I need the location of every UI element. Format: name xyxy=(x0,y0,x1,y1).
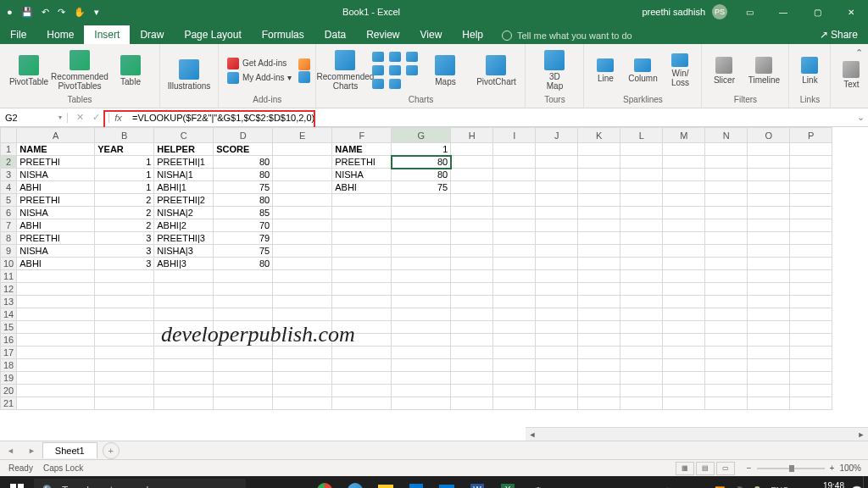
cell[interactable] xyxy=(536,207,578,219)
cell[interactable] xyxy=(154,283,214,296)
cell[interactable]: 1 xyxy=(95,181,154,194)
column-header[interactable]: A xyxy=(17,128,95,143)
cell[interactable] xyxy=(705,181,748,194)
cell[interactable] xyxy=(95,296,154,308)
zoom-slider[interactable] xyxy=(757,468,825,469)
cell[interactable]: 80 xyxy=(392,169,451,181)
cell[interactable] xyxy=(332,359,392,372)
tab-draw[interactable]: Draw xyxy=(130,25,174,44)
people-graph-icon[interactable] xyxy=(298,71,310,83)
cell[interactable]: PREETHI xyxy=(17,156,95,169)
cell[interactable] xyxy=(273,270,332,283)
cell[interactable] xyxy=(451,181,493,194)
cell[interactable] xyxy=(451,296,493,308)
cell[interactable] xyxy=(578,308,620,321)
cell[interactable]: 80 xyxy=(214,156,273,169)
cell[interactable] xyxy=(332,321,392,334)
cell[interactable] xyxy=(392,258,451,270)
tab-page-layout[interactable]: Page Layout xyxy=(174,25,251,44)
cell[interactable]: PREETHI|3 xyxy=(154,232,214,245)
cell[interactable] xyxy=(392,397,451,410)
sheet-nav-prev[interactable]: ◄ xyxy=(0,446,21,455)
cell[interactable] xyxy=(536,283,578,296)
cell[interactable] xyxy=(790,156,832,169)
cell[interactable] xyxy=(154,334,214,347)
cell[interactable] xyxy=(663,194,705,207)
cell[interactable]: NAME xyxy=(17,143,95,156)
cell[interactable] xyxy=(536,296,578,308)
cell[interactable] xyxy=(620,397,663,410)
cell[interactable] xyxy=(620,156,663,169)
cell[interactable] xyxy=(451,232,493,245)
cell[interactable] xyxy=(748,308,790,321)
cell[interactable] xyxy=(578,143,620,156)
cell[interactable] xyxy=(790,270,832,283)
cell[interactable] xyxy=(392,359,451,372)
spark-winloss-button[interactable]: Win/ Loss xyxy=(664,52,696,89)
cell[interactable] xyxy=(392,347,451,359)
cell[interactable] xyxy=(748,359,790,372)
cell[interactable] xyxy=(95,347,154,359)
column-header[interactable]: F xyxy=(332,128,392,143)
cell[interactable] xyxy=(273,219,332,232)
autosave-toggle[interactable]: ● xyxy=(7,7,13,17)
cell[interactable] xyxy=(663,258,705,270)
cell[interactable] xyxy=(451,347,493,359)
cell[interactable]: 1 xyxy=(95,156,154,169)
cell[interactable] xyxy=(451,334,493,347)
cell[interactable] xyxy=(332,245,392,258)
cell[interactable] xyxy=(578,347,620,359)
cell[interactable] xyxy=(214,270,273,283)
cell[interactable] xyxy=(493,397,536,410)
column-header[interactable]: M xyxy=(663,128,705,143)
column-header[interactable]: E xyxy=(273,128,332,143)
cell[interactable] xyxy=(748,397,790,410)
cell[interactable] xyxy=(663,219,705,232)
cell[interactable] xyxy=(620,258,663,270)
tab-insert[interactable]: Insert xyxy=(84,25,130,44)
cell[interactable]: ABHI|2 xyxy=(154,219,214,232)
cell[interactable] xyxy=(620,181,663,194)
cell[interactable] xyxy=(748,169,790,181)
cell[interactable] xyxy=(273,296,332,308)
cell[interactable]: ABHI|3 xyxy=(154,258,214,270)
text-button[interactable]: Text xyxy=(836,59,866,91)
column-header[interactable]: B xyxy=(95,128,154,143)
cell[interactable] xyxy=(392,385,451,397)
cell[interactable] xyxy=(332,296,392,308)
cortana-button[interactable]: ○ xyxy=(249,478,278,488)
column-chart-icon[interactable] xyxy=(372,52,384,62)
cell[interactable]: 3 xyxy=(95,232,154,245)
cell[interactable]: 85 xyxy=(214,207,273,219)
cell[interactable] xyxy=(620,270,663,283)
cell[interactable] xyxy=(536,194,578,207)
line-chart-icon[interactable] xyxy=(389,52,401,62)
cell[interactable] xyxy=(748,181,790,194)
cell[interactable] xyxy=(790,372,832,385)
cell[interactable]: 75 xyxy=(214,181,273,194)
cell[interactable] xyxy=(17,334,95,347)
my-addins-button[interactable]: My Add-ins ▾ xyxy=(224,71,295,85)
cell[interactable]: 80 xyxy=(214,169,273,181)
tell-me-search[interactable]: Tell me what you want to do xyxy=(493,27,641,44)
cell[interactable] xyxy=(95,270,154,283)
mail-taskbar[interactable] xyxy=(432,478,461,488)
cell[interactable] xyxy=(154,308,214,321)
scroll-left-button[interactable]: ◄ xyxy=(526,430,539,439)
cell[interactable] xyxy=(790,385,832,397)
cell[interactable] xyxy=(17,347,95,359)
cell[interactable] xyxy=(705,334,748,347)
cell[interactable] xyxy=(705,296,748,308)
cell[interactable] xyxy=(748,270,790,283)
cell[interactable] xyxy=(663,347,705,359)
cell[interactable] xyxy=(663,156,705,169)
row-header[interactable]: 19 xyxy=(1,372,17,385)
cell[interactable] xyxy=(790,359,832,372)
qat-dropdown[interactable]: ▾ xyxy=(94,7,99,18)
bing-icon[interactable] xyxy=(298,58,310,70)
cell[interactable] xyxy=(17,270,95,283)
cell[interactable] xyxy=(493,232,536,245)
cell[interactable] xyxy=(578,359,620,372)
cell[interactable] xyxy=(620,296,663,308)
store-taskbar[interactable] xyxy=(402,478,431,488)
